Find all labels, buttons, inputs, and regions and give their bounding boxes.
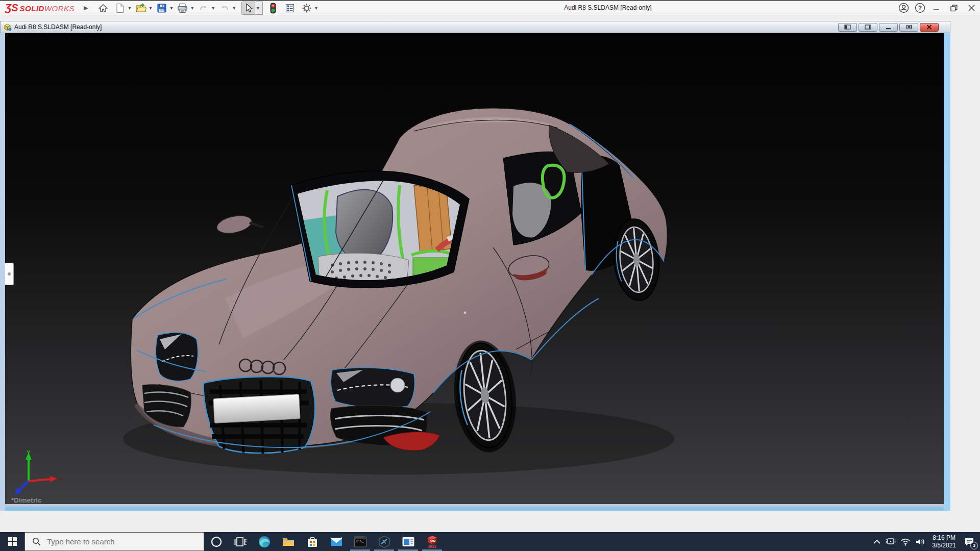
undo-button[interactable]	[197, 2, 210, 15]
restore-button[interactable]	[945, 1, 963, 16]
view-orientation-label: *Dimetric	[11, 496, 42, 504]
file-properties-button[interactable]	[283, 2, 297, 15]
document-titlebar[interactable]: Audi R8 S.SLDASM [Read-only]	[0, 21, 950, 33]
doc-minimize-button[interactable]	[879, 23, 898, 32]
notification-count-badge: 3	[970, 542, 978, 549]
right-headlight[interactable]	[331, 368, 414, 408]
help-icon: ?	[915, 3, 925, 13]
start-button[interactable]	[0, 532, 24, 551]
open-button[interactable]	[134, 2, 148, 15]
select-tool-button[interactable]	[241, 2, 255, 15]
home-icon	[98, 3, 108, 13]
pane-left-icon	[844, 24, 851, 30]
taskbar-app-command-prompt[interactable]: C:\_	[348, 532, 372, 551]
tray-volume-icon[interactable]	[915, 538, 925, 546]
close-icon	[968, 5, 975, 11]
search-input[interactable]	[47, 537, 180, 546]
file-explorer-icon	[282, 536, 295, 548]
app-window-controls: ?	[895, 1, 980, 16]
restore-icon	[950, 5, 958, 12]
options-dropdown-arrow-icon[interactable]: ▼	[313, 6, 321, 11]
hexagon-app-icon	[378, 535, 391, 548]
new-document-icon	[115, 3, 125, 13]
tray-clock[interactable]: 8:16 PM 3/5/2021	[932, 534, 956, 549]
taskbar-app-edge[interactable]	[252, 532, 276, 551]
windshield[interactable]	[290, 171, 469, 288]
new-document-button[interactable]	[113, 2, 127, 15]
redo-button[interactable]	[217, 2, 231, 15]
windows-logo-icon	[8, 537, 17, 546]
undo-icon	[199, 3, 209, 13]
left-mirror[interactable]	[215, 211, 263, 237]
redo-icon	[219, 3, 230, 13]
doc-restore-icon	[906, 24, 912, 30]
taskbar-app-file-explorer[interactable]	[276, 532, 300, 551]
graphics-viewport[interactable]: Y X *Dimetric	[5, 33, 944, 504]
license-plate	[213, 394, 300, 423]
options-button[interactable]	[300, 2, 313, 15]
save-dropdown-arrow-icon[interactable]: ▼	[168, 6, 176, 11]
doc-minimize-icon	[886, 25, 891, 30]
feature-panel-collapsed-handle[interactable]	[5, 263, 14, 285]
taskbar-app-task-view[interactable]	[228, 532, 252, 551]
print-icon	[177, 3, 188, 13]
help-button[interactable]: ?	[912, 1, 928, 16]
taskbar-app-solidworks[interactable]: SW 2021	[420, 532, 444, 551]
doc-restore-button[interactable]	[899, 23, 918, 32]
tray-date: 3/5/2021	[932, 542, 956, 549]
taskbar-app-hexagon[interactable]	[372, 532, 396, 551]
select-dropdown-arrow-icon: ▼	[255, 6, 262, 11]
doc-close-icon	[926, 24, 932, 30]
taskbar-app-media[interactable]	[396, 532, 420, 551]
doc-pane-right-button[interactable]	[859, 23, 877, 32]
tray-wifi-icon[interactable]	[900, 538, 911, 546]
new-dropdown-arrow-icon[interactable]: ▼	[127, 6, 134, 11]
doc-pane-left-button[interactable]	[838, 23, 857, 32]
minimize-button[interactable]	[928, 1, 945, 16]
select-dropdown-box[interactable]: ▼	[255, 2, 263, 15]
close-button[interactable]	[963, 1, 980, 16]
app-window-title: Audi R8 S.SLDASM [Read-only]	[321, 4, 895, 12]
open-icon	[135, 3, 146, 13]
search-icon	[32, 537, 41, 546]
taskbar-app-store[interactable]	[300, 532, 324, 551]
redo-dropdown-arrow-icon[interactable]: ▼	[231, 6, 238, 11]
action-center-button[interactable]: 3	[963, 535, 976, 548]
account-icon	[898, 3, 909, 13]
tray-chevron-icon[interactable]	[873, 539, 881, 545]
print-dropdown-arrow-icon[interactable]: ▼	[189, 6, 197, 11]
svg-text:C:\_: C:\_	[356, 540, 364, 543]
3ds-logo-icon: ƷS	[5, 2, 18, 14]
audi-r8-3d-model[interactable]	[5, 33, 944, 504]
print-button[interactable]	[176, 2, 189, 15]
task-view-icon	[234, 536, 247, 548]
solidworks-year-label: 2021	[428, 545, 436, 548]
solidworks-2021-icon: SW	[427, 535, 438, 545]
doc-window-bottom-border-accent	[5, 507, 944, 511]
cortana-icon	[210, 536, 223, 548]
svg-text:?: ?	[918, 5, 921, 12]
taskbar-app-mail[interactable]	[324, 532, 348, 551]
doc-close-button[interactable]	[920, 23, 939, 32]
document-window-controls	[838, 23, 939, 32]
svg-text:SW: SW	[430, 539, 436, 542]
home-button[interactable]	[96, 2, 110, 15]
gear-icon	[302, 3, 312, 13]
taskbar-app-cortana[interactable]	[204, 532, 228, 551]
account-button[interactable]	[895, 1, 912, 16]
select-cursor-icon	[244, 3, 253, 13]
open-dropdown-arrow-icon[interactable]: ▼	[148, 6, 155, 11]
system-tray: 8:16 PM 3/5/2021 3	[873, 532, 980, 551]
quick-access-toolbar: ▼ ▼ ▼ ▼ ▼ ▼ ▼	[96, 1, 321, 16]
taskbar-search[interactable]	[24, 532, 204, 551]
solidworks-logo: ƷS SOLIDWORKS	[5, 2, 75, 14]
rebuild-button[interactable]	[266, 2, 280, 15]
save-button[interactable]	[155, 2, 168, 15]
left-headlight[interactable]	[156, 333, 198, 381]
store-icon	[306, 536, 318, 548]
undo-dropdown-arrow-icon[interactable]: ▼	[210, 6, 217, 11]
menu-expand-arrow-icon[interactable]: ▶	[84, 5, 88, 11]
rebuild-traffic-light-icon	[270, 3, 277, 14]
front-grille[interactable]	[204, 377, 315, 454]
tray-display-icon[interactable]	[886, 537, 896, 546]
